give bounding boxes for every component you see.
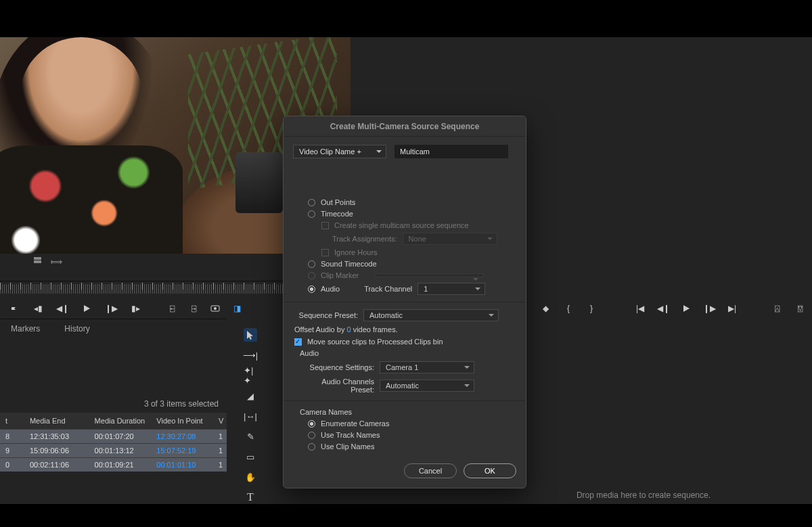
go-to-out-icon[interactable]: ▮▸ [130, 303, 141, 314]
svg-point-1 [214, 307, 217, 310]
project-panel-tabs: Markers History [0, 319, 227, 338]
table-row[interactable]: 9 15:09:06:06 00:01:13:12 15:07:52:19 1 [0, 443, 227, 457]
enumerate-cameras-radio[interactable]: Enumerate Cameras [308, 419, 516, 428]
sequence-preset-select[interactable]: Automatic [363, 309, 499, 321]
step-back-right-icon[interactable]: ◀❙ [658, 303, 669, 314]
play-right-icon[interactable] [681, 303, 692, 314]
comparison-view-icon[interactable]: ◨ [231, 303, 242, 314]
track-channel-select[interactable]: 1 [418, 283, 485, 295]
export-frame-icon[interactable] [210, 303, 221, 314]
selection-info: 3 of 3 items selected [0, 399, 227, 409]
mark-in-right-icon[interactable]: { [563, 303, 574, 314]
step-back-icon[interactable]: ◀❙ [57, 303, 68, 314]
multicam-dialog: Create Multi-Camera Source Sequence Vide… [283, 116, 526, 488]
slip-tool-icon[interactable]: |↔| [244, 409, 257, 423]
col-media-end[interactable]: Media End [27, 417, 92, 425]
drop-media-hint: Drop media here to create sequence. [577, 490, 710, 500]
ignore-hours-checkbox: Ignore Hours [321, 248, 516, 256]
offset-audio-value[interactable]: 0 [346, 325, 351, 334]
rectangle-tool-icon[interactable]: ▭ [244, 450, 257, 463]
move-clips-checkbox[interactable]: Move source clips to Processed Clips bin [294, 338, 516, 346]
create-single-checkbox: Create single multicam source sequence [321, 221, 516, 229]
add-marker-icon[interactable]: ◆ [540, 303, 551, 314]
track-assignments-select: None [403, 233, 497, 245]
type-tool-icon[interactable]: T [244, 490, 257, 504]
ripple-edit-tool-icon[interactable]: ✦|✦ [244, 369, 257, 382]
razor-tool-icon[interactable]: ◢ [244, 389, 257, 403]
selection-tool-icon[interactable] [244, 328, 257, 342]
insert-icon[interactable]: ⍇ [166, 303, 177, 314]
tab-markers[interactable]: Markers [11, 324, 40, 334]
name-basis-dropdown[interactable]: Video Clip Name + [293, 145, 386, 158]
sequence-name-input[interactable] [394, 145, 508, 158]
out-points-radio[interactable]: Out Points [308, 198, 516, 206]
use-clip-names-radio[interactable]: Use Clip Names [308, 442, 516, 451]
go-to-in-icon[interactable]: ◂▮ [32, 303, 43, 314]
audio-preset-select[interactable]: Automatic [380, 380, 474, 392]
use-track-names-radio[interactable]: Use Track Names [308, 431, 516, 439]
sequence-preset-label: Sequence Preset: [293, 311, 358, 319]
step-forward-right-icon[interactable]: ❙▶ [704, 303, 715, 314]
col-video-in[interactable]: Video In Point [154, 417, 216, 425]
table-header: t Media End Media Duration Video In Poin… [0, 413, 227, 429]
audio-preset-label: Audio Channels Preset: [300, 377, 374, 394]
pen-tool-icon[interactable]: ✎ [244, 430, 257, 443]
tool-palette: ⟶| ✦|✦ ◢ |↔| ✎ ▭ ✋ T [240, 327, 261, 504]
col-type[interactable]: t [3, 417, 27, 425]
program-transport: ◆ { } |◀ ◀❙ ❙▶ ▶| ⍓ ⍔ [540, 298, 805, 319]
lift-icon[interactable]: ⍓ [771, 303, 782, 314]
table-row[interactable]: 8 12:31:35:03 00:01:07:20 12:30:27:08 1 [0, 429, 227, 443]
safe-margins-icon[interactable] [34, 257, 41, 263]
clip-marker-radio: Clip Marker [308, 271, 516, 279]
mark-in-icon[interactable] [8, 303, 19, 314]
col-v[interactable]: V [216, 417, 227, 425]
cancel-button[interactable]: Cancel [404, 463, 457, 478]
col-media-duration[interactable]: Media Duration [92, 417, 154, 425]
mark-out-right-icon[interactable]: } [586, 303, 597, 314]
go-to-in-right-icon[interactable]: |◀ [635, 303, 646, 314]
hand-tool-icon[interactable]: ✋ [244, 470, 257, 484]
marker-toggle-icon[interactable]: ⟾ [51, 257, 62, 267]
timecode-radio[interactable]: Timecode [308, 210, 516, 218]
step-forward-icon[interactable]: ❙▶ [106, 303, 116, 314]
sequence-settings-label: Sequence Settings: [300, 363, 374, 371]
sequence-settings-select[interactable]: Camera 1 [380, 361, 474, 373]
track-select-tool-icon[interactable]: ⟶| [244, 348, 257, 362]
workspace: ⟾ 1/2 🔧 ◂▮ ◀❙ ❙▶ ▮▸ ⍇ ⍈ ◨ ◆ { } |◀ ◀❙ ❙▶ [0, 37, 812, 504]
clip-marker-select [375, 273, 483, 277]
tab-history[interactable]: History [64, 324, 89, 334]
media-table: t Media End Media Duration Video In Poin… [0, 413, 227, 472]
ok-button[interactable]: OK [464, 463, 516, 478]
overwrite-icon[interactable]: ⍈ [188, 303, 199, 314]
table-row[interactable]: 0 00:02:11:06 00:01:09:21 00:01:01:10 1 [0, 457, 227, 472]
offset-audio-row: Offset Audio by 0 video frames. [294, 325, 516, 334]
audio-section-label: Audio [300, 349, 516, 357]
dialog-title: Create Multi-Camera Source Sequence [284, 116, 526, 137]
sound-timecode-radio[interactable]: Sound Timecode [308, 260, 516, 268]
audio-radio[interactable]: Audio Track Channel 1 [308, 283, 516, 295]
track-assignments-row: Track Assignments: None [332, 233, 516, 245]
play-icon[interactable] [81, 303, 92, 314]
extract-icon[interactable]: ⍔ [794, 303, 805, 314]
camera-names-label: Camera Names [300, 408, 516, 416]
go-to-out-right-icon[interactable]: ▶| [727, 303, 738, 314]
